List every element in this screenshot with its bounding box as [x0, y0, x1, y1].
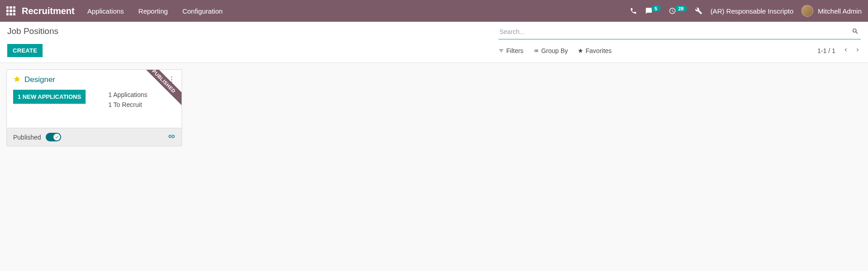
chevron-right-icon — [854, 47, 861, 53]
to-recruit-count: 1 To Recruit — [108, 100, 147, 110]
user-name: Mitchell Admin — [818, 7, 862, 15]
card-footer: Published — [7, 128, 182, 146]
navbar-left: Recruitment Applications Reporting Confi… — [6, 6, 223, 16]
pager-text: 1-1 / 1 — [817, 47, 835, 54]
toggle-knob — [53, 134, 60, 140]
chevron-left-icon — [843, 47, 849, 53]
pager-next[interactable] — [854, 47, 861, 54]
control-panel: Job Positions CREATE Filters Group By — [0, 22, 868, 63]
pager: 1-1 / 1 — [817, 47, 861, 54]
published-toggle[interactable] — [46, 133, 61, 141]
published-label: Published — [13, 134, 41, 141]
menu-applications[interactable]: Applications — [87, 7, 124, 15]
link-icon[interactable] — [168, 133, 175, 141]
user-menu[interactable]: Mitchell Admin — [801, 5, 862, 17]
filter-icon — [499, 48, 504, 53]
star-icon — [578, 48, 583, 53]
navbar-right: 5 28 (AR) Responsable Inscripto Mitchell… — [630, 5, 862, 17]
company-selector[interactable]: (AR) Responsable Inscripto — [710, 7, 793, 15]
create-button[interactable]: CREATE — [7, 44, 43, 57]
breadcrumb: Job Positions — [7, 26, 58, 36]
messages-icon[interactable]: 5 — [645, 7, 661, 15]
app-brand[interactable]: Recruitment — [22, 6, 75, 16]
pager-prev[interactable] — [843, 47, 849, 54]
new-applications-button[interactable]: 1 NEW APPLICATIONS — [13, 90, 86, 104]
apps-icon[interactable] — [6, 6, 15, 15]
nav-menu: Applications Reporting Configuration — [87, 7, 223, 15]
activities-badge: 28 — [675, 5, 687, 12]
search-icon[interactable] — [850, 27, 861, 37]
favorites-button[interactable]: Favorites — [578, 47, 612, 54]
menu-configuration[interactable]: Configuration — [182, 7, 223, 15]
applications-count: 1 Applications — [108, 90, 147, 100]
job-title[interactable]: Designer — [24, 75, 55, 84]
list-icon — [533, 48, 539, 53]
phone-icon[interactable] — [630, 7, 637, 15]
card-stats: 1 Applications 1 To Recruit — [108, 90, 147, 110]
favorite-star-icon[interactable] — [13, 75, 21, 84]
job-card[interactable]: ⋮ PUBLISHED Designer 1 NEW APPLICATIONS … — [6, 69, 182, 146]
search-bar — [499, 26, 861, 39]
top-navbar: Recruitment Applications Reporting Confi… — [0, 0, 868, 22]
groupby-button[interactable]: Group By — [533, 47, 568, 54]
messages-badge: 5 — [652, 5, 661, 12]
kanban-view: ⋮ PUBLISHED Designer 1 NEW APPLICATIONS … — [0, 63, 868, 153]
check-icon — [55, 135, 59, 139]
menu-reporting[interactable]: Reporting — [139, 7, 168, 15]
debug-icon[interactable] — [695, 7, 702, 15]
card-menu-icon[interactable]: ⋮ — [166, 74, 177, 85]
search-input[interactable] — [499, 26, 850, 37]
activities-icon[interactable]: 28 — [669, 7, 687, 15]
avatar — [801, 5, 813, 17]
filters-button[interactable]: Filters — [499, 47, 523, 54]
